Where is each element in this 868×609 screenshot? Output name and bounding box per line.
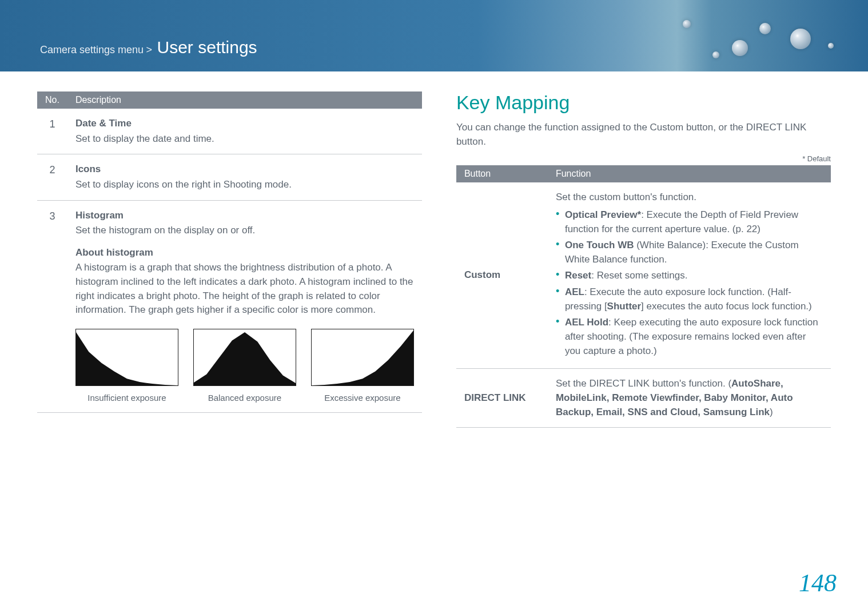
function-list: Optical Preview*: Execute the Depth of F… [556,208,823,358]
list-item: Optical Preview*: Execute the Depth of F… [556,208,823,236]
histogram-card-balanced: Balanced exposure [193,329,296,404]
row-no: 2 [37,154,67,200]
table-row-direct-link: DIRECT LINK Set the DIRECT LINK button's… [456,369,831,428]
list-item: AEL Hold: Keep executing the auto exposu… [556,316,823,358]
row-text: Set to display icons on the right in Sho… [75,178,414,192]
page-header: Camera settings menu > User settings [0,0,868,71]
tail-text: ) [770,407,773,417]
button-name: DIRECT LINK [456,369,548,428]
description-table: No. Description 1 Date & Time Set to dis… [37,91,422,413]
row-desc: Icons Set to display icons on the right … [67,154,422,200]
histogram-canvas [311,329,414,386]
histogram-caption: Insufficient exposure [75,392,178,404]
page-body: No. Description 1 Date & Time Set to dis… [0,71,868,428]
row-text: Set to display the date and time. [75,132,414,146]
col-header-desc: Description [67,91,422,109]
row-subheading: About histogram [75,246,414,260]
breadcrumb: Camera settings menu > User settings [40,38,257,57]
histogram-card-excessive: Excessive exposure [311,329,414,404]
col-header-button: Button [456,165,548,182]
left-column: No. Description 1 Date & Time Set to dis… [37,91,422,428]
breadcrumb-text: Camera settings menu [40,44,144,55]
function-cell: Set the custom button's function. Optica… [548,182,831,369]
list-item: Reset: Reset some settings. [556,269,823,283]
row-label: Icons [75,164,101,174]
row-intro: Set the histogram on the display on or o… [75,224,414,238]
page-title: User settings [157,38,257,57]
key-mapping-table: Button Function Custom Set the custom bu… [456,165,831,428]
page-number: 148 [799,568,837,598]
row-label: Date & Time [75,118,132,129]
row-label: Histogram [75,210,124,221]
histogram-caption: Excessive exposure [311,392,414,404]
table-row-histogram: 3 Histogram Set the histogram on the dis… [37,200,422,412]
table-row-custom: Custom Set the custom button's function.… [456,182,831,369]
default-note: * Default [456,154,831,163]
col-header-no: No. [37,91,67,109]
lead-text: Set the DIRECT LINK button's function. ( [556,378,731,389]
button-name: Custom [456,182,548,369]
right-column: Key Mapping You can change the function … [456,91,831,428]
table-row: 1 Date & Time Set to display the date an… [37,109,422,154]
row-body: A histogram is a graph that shows the br… [75,261,414,317]
list-item: AEL: Execute the auto exposure lock func… [556,285,823,313]
breadcrumb-separator: > [146,44,153,55]
row-no: 1 [37,109,67,154]
table-row: 2 Icons Set to display icons on the righ… [37,154,422,200]
histogram-canvas [193,329,296,386]
section-title: Key Mapping [456,91,831,114]
histogram-canvas [75,329,178,386]
row-no: 3 [37,200,67,412]
col-header-function: Function [548,165,831,182]
histogram-caption: Balanced exposure [193,392,296,404]
function-cell: Set the DIRECT LINK button's function. (… [548,369,831,428]
list-item: One Touch WB (White Balance): Execute th… [556,238,823,266]
section-intro: You can change the function assigned to … [456,121,831,149]
decorative-dots [639,11,834,69]
histogram-card-insufficient: Insufficient exposure [75,329,178,404]
row-desc: Date & Time Set to display the date and … [67,109,422,154]
lead-text: Set the custom button's function. [556,192,696,202]
row-desc: Histogram Set the histogram on the displ… [67,200,422,412]
histogram-graphs: Insufficient exposure Balanced exposure … [75,329,414,404]
